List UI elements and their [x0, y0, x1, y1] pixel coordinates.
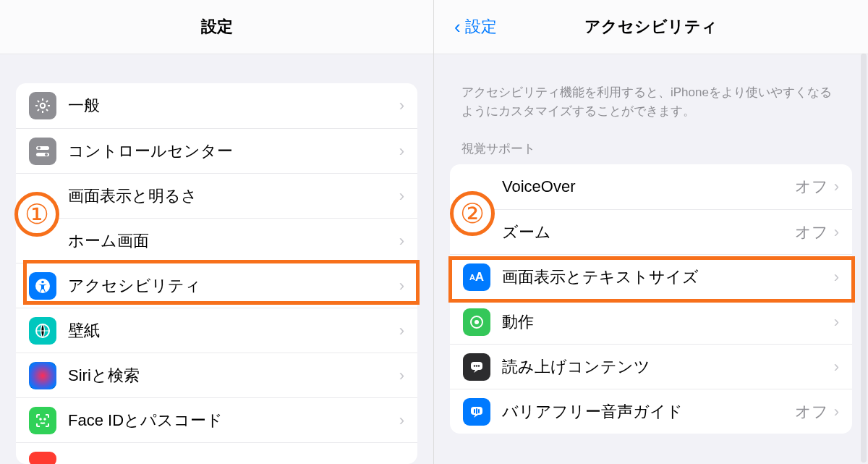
- row-accessibility[interactable]: アクセシビリティ ›: [16, 263, 417, 308]
- row-voiceover[interactable]: VoiceOver オフ ›: [450, 164, 852, 209]
- svg-point-16: [478, 365, 480, 366]
- row-display-text-size[interactable]: AA 画面表示とテキストサイズ ›: [450, 254, 852, 299]
- row-label: アクセシビリティ: [68, 275, 399, 297]
- scrollbar[interactable]: [861, 54, 867, 463]
- section-header: 視覚サポート: [434, 133, 868, 164]
- row-value: オフ: [795, 222, 828, 243]
- row-label: 画面表示と明るさ: [68, 185, 399, 207]
- svg-point-10: [44, 418, 46, 420]
- svg-point-14: [474, 365, 475, 366]
- chevron-right-icon: ›: [834, 268, 839, 287]
- row-label: ズーム: [502, 222, 795, 243]
- row-label: 動作: [502, 311, 834, 333]
- back-label: 設定: [465, 16, 497, 38]
- row-label: 画面表示とテキストサイズ: [502, 266, 834, 288]
- switches-icon: [29, 138, 56, 165]
- row-spoken-content[interactable]: 読み上げコンテンツ ›: [450, 344, 852, 389]
- row-label: 壁紙: [68, 320, 399, 342]
- row-label: Face IDとパスコード: [68, 410, 399, 431]
- row-general[interactable]: 一般 ›: [16, 83, 417, 128]
- chevron-right-icon: ›: [399, 232, 404, 250]
- motion-icon: [463, 308, 490, 336]
- sos-icon: [29, 452, 56, 465]
- settings-title: 設定: [201, 16, 233, 38]
- accessibility-list: VoiceOver オフ › ズーム オフ › AA 画面表示とテキストサイズ …: [450, 164, 852, 434]
- chevron-right-icon: ›: [399, 96, 404, 115]
- row-zoom[interactable]: ズーム オフ ›: [450, 209, 852, 254]
- row-audio-descriptions[interactable]: バリアフリー音声ガイド オフ ›: [450, 389, 852, 434]
- svg-point-4: [45, 153, 48, 156]
- chevron-right-icon: ›: [399, 277, 404, 295]
- chevron-right-icon: ›: [834, 313, 839, 332]
- chevron-right-icon: ›: [834, 358, 839, 376]
- row-label: 読み上げコンテンツ: [502, 356, 834, 378]
- step-badge-2: ②: [450, 191, 495, 236]
- settings-pane: 設定 一般 › コントロールセンター › 画面表示と明るさ › ホー: [0, 0, 434, 464]
- row-value: オフ: [795, 176, 828, 198]
- row-display-brightness[interactable]: 画面表示と明るさ ›: [16, 173, 417, 218]
- svg-point-9: [40, 418, 41, 420]
- row-label: 一般: [68, 95, 399, 117]
- chevron-right-icon: ›: [834, 402, 839, 421]
- accessibility-icon: [29, 272, 56, 300]
- chevron-right-icon: ›: [834, 177, 839, 196]
- svg-point-3: [38, 146, 41, 149]
- step-badge-1: ①: [14, 192, 59, 237]
- chevron-right-icon: ›: [399, 321, 404, 340]
- row-value: オフ: [795, 401, 828, 423]
- faceid-icon: [29, 407, 56, 434]
- chevron-left-icon: ‹: [454, 17, 461, 36]
- svg-point-6: [41, 280, 44, 283]
- row-control-center[interactable]: コントロールセンター ›: [16, 128, 417, 173]
- row-label: ホーム画面: [68, 230, 399, 252]
- row-label: バリアフリー音声ガイド: [502, 401, 795, 423]
- gear-icon: [29, 92, 56, 119]
- row-faceid-passcode[interactable]: Face IDとパスコード ›: [16, 397, 417, 442]
- chevron-right-icon: ›: [399, 187, 404, 206]
- siri-icon: [29, 362, 56, 389]
- chevron-right-icon: ›: [399, 411, 404, 430]
- svg-point-15: [476, 365, 477, 366]
- row-siri-search[interactable]: Siriと検索 ›: [16, 353, 417, 397]
- audio-icon: [463, 398, 490, 426]
- svg-point-0: [41, 104, 45, 108]
- textsize-icon: AA: [463, 263, 490, 291]
- chevron-right-icon: ›: [399, 142, 404, 161]
- accessibility-header: ‹ 設定 アクセシビリティ: [434, 0, 868, 54]
- row-label: VoiceOver: [502, 177, 795, 196]
- chevron-right-icon: ›: [399, 366, 404, 385]
- row-label: コントロールセンター: [68, 140, 399, 162]
- wallpaper-icon: [29, 317, 56, 345]
- row-motion[interactable]: 動作 ›: [450, 299, 852, 344]
- row-label: Siriと検索: [68, 365, 399, 387]
- row-wallpaper[interactable]: 壁紙 ›: [16, 308, 417, 353]
- accessibility-pane: ‹ 設定 アクセシビリティ アクセシビリティ機能を利用すると、iPhoneをより…: [434, 0, 868, 464]
- row-partial[interactable]: [16, 442, 417, 464]
- row-home-screen[interactable]: ホーム画面 ›: [16, 218, 417, 263]
- settings-header: 設定: [0, 0, 433, 54]
- speech-icon: [463, 353, 490, 381]
- accessibility-title: アクセシビリティ: [584, 16, 718, 38]
- settings-list: 一般 › コントロールセンター › 画面表示と明るさ › ホーム画面 ›: [16, 83, 417, 464]
- svg-point-12: [475, 320, 479, 324]
- section-note: アクセシビリティ機能を利用すると、iPhoneをより使いやすくなるようにカスタマ…: [434, 54, 868, 133]
- chevron-right-icon: ›: [834, 223, 839, 242]
- back-button[interactable]: ‹ 設定: [454, 16, 497, 38]
